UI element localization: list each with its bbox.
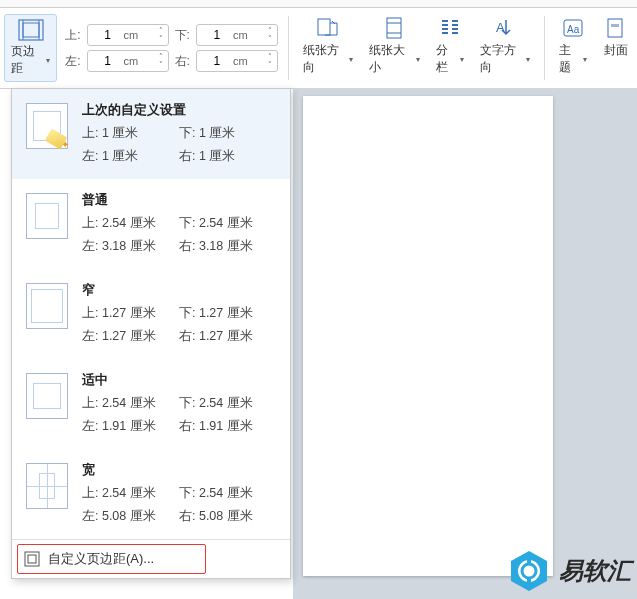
preset-left-value: 左: 3.18 厘米 (82, 238, 179, 255)
margins-dropdown: ✦上次的自定义设置上: 1 厘米下: 1 厘米左: 1 厘米右: 1 厘米普通上… (11, 88, 291, 579)
chevron-down-icon: ▾ (460, 55, 464, 64)
orientation-button[interactable]: 纸张方向▾ (299, 14, 357, 82)
spin-up[interactable]: ˄ (265, 53, 275, 61)
preset-bottom-value: 下: 2.54 厘米 (179, 215, 276, 232)
margins-button[interactable]: 页边距▾ (4, 14, 57, 82)
svg-rect-25 (527, 559, 531, 565)
spin-up[interactable]: ˄ (156, 53, 166, 61)
preset-thumb-icon (26, 463, 68, 509)
svg-rect-26 (527, 577, 531, 583)
svg-rect-1 (23, 23, 39, 37)
chevron-down-icon: ▾ (46, 56, 50, 65)
bottom-margin-field[interactable] (203, 27, 231, 43)
margin-inputs-group: 上: cm˄˅ 下: cm˄˅ 左: cm˄˅ 右: cm˄˅ (65, 14, 278, 82)
spin-down[interactable]: ˅ (265, 35, 275, 43)
preset-thumb-icon (26, 373, 68, 419)
preset-bottom-value: 下: 1 厘米 (179, 125, 276, 142)
preset-top-value: 上: 2.54 厘米 (82, 485, 179, 502)
preset-bottom-value: 下: 2.54 厘米 (179, 395, 276, 412)
preset-thumb-icon (26, 193, 68, 239)
document-page[interactable] (303, 96, 553, 576)
bottom-margin-label: 下: (175, 27, 190, 44)
ribbon: 页边距▾ 上: cm˄˅ 下: cm˄˅ 左: cm˄˅ 右: cm˄˅ 纸张方… (0, 8, 637, 89)
preset-right-value: 右: 5.08 厘米 (179, 508, 276, 525)
svg-rect-22 (28, 555, 36, 563)
margin-preset-custom[interactable]: ✦上次的自定义设置上: 1 厘米下: 1 厘米左: 1 厘米右: 1 厘米 (12, 89, 290, 179)
spin-down[interactable]: ˅ (156, 35, 166, 43)
preset-title: 上次的自定义设置 (82, 101, 276, 119)
tab-bar (0, 0, 637, 8)
preset-top-value: 上: 1.27 厘米 (82, 305, 179, 322)
chevron-down-icon: ▾ (349, 55, 353, 64)
svg-rect-21 (25, 552, 39, 566)
top-margin-input[interactable]: cm˄˅ (87, 24, 169, 46)
preset-right-value: 右: 3.18 厘米 (179, 238, 276, 255)
margin-preset-narrow[interactable]: 窄上: 1.27 厘米下: 1.27 厘米左: 1.27 厘米右: 1.27 厘… (12, 269, 290, 359)
svg-rect-5 (387, 18, 401, 38)
preset-right-value: 右: 1.91 厘米 (179, 418, 276, 435)
preset-left-value: 左: 1.91 厘米 (82, 418, 179, 435)
right-margin-field[interactable] (203, 53, 231, 69)
margins-label: 页边距 (11, 43, 44, 77)
theme-button[interactable]: Aa 主题▾ (555, 14, 591, 82)
left-margin-label: 左: (65, 53, 80, 70)
bottom-margin-input[interactable]: cm˄˅ (196, 24, 278, 46)
cover-button[interactable]: 封面 (599, 14, 633, 82)
chevron-down-icon: ▾ (416, 55, 420, 64)
separator (288, 16, 289, 80)
watermark-icon (507, 549, 551, 593)
spin-up[interactable]: ˄ (156, 27, 166, 35)
text-direction-button[interactable]: A 文字方向▾ (476, 14, 534, 82)
preset-title: 适中 (82, 371, 276, 389)
svg-rect-4 (318, 19, 330, 35)
preset-left-value: 左: 1 厘米 (82, 148, 179, 165)
top-margin-label: 上: (65, 27, 80, 44)
watermark: 易软汇 (507, 549, 631, 593)
preset-title: 宽 (82, 461, 276, 479)
custom-margins-label: 自定义页边距(A)... (48, 550, 154, 568)
margin-preset-wide[interactable]: 宽上: 2.54 厘米下: 2.54 厘米左: 5.08 厘米右: 5.08 厘… (12, 449, 290, 539)
spin-up[interactable]: ˄ (265, 27, 275, 35)
preset-top-value: 上: 2.54 厘米 (82, 215, 179, 232)
preset-top-value: 上: 2.54 厘米 (82, 395, 179, 412)
spin-down[interactable]: ˅ (156, 61, 166, 69)
svg-rect-19 (608, 19, 622, 37)
svg-text:A: A (496, 20, 505, 35)
right-margin-label: 右: (175, 53, 190, 70)
preset-left-value: 左: 1.27 厘米 (82, 328, 179, 345)
preset-left-value: 左: 5.08 厘米 (82, 508, 179, 525)
preset-right-value: 右: 1 厘米 (179, 148, 276, 165)
spin-down[interactable]: ˅ (265, 61, 275, 69)
left-margin-input[interactable]: cm˄˅ (87, 50, 169, 72)
preset-thumb-icon: ✦ (26, 103, 68, 149)
preset-bottom-value: 下: 1.27 厘米 (179, 305, 276, 322)
separator (544, 16, 545, 80)
paper-size-button[interactable]: 纸张大小▾ (365, 14, 423, 82)
preset-top-value: 上: 1 厘米 (82, 125, 179, 142)
preset-right-value: 右: 1.27 厘米 (179, 328, 276, 345)
preset-title: 窄 (82, 281, 276, 299)
svg-rect-20 (611, 24, 619, 27)
document-area (293, 88, 637, 599)
columns-button[interactable]: 分栏▾ (432, 14, 468, 82)
margin-preset-normal[interactable]: 普通上: 2.54 厘米下: 2.54 厘米左: 3.18 厘米右: 3.18 … (12, 179, 290, 269)
custom-margins-item[interactable]: 自定义页边距(A)... (12, 539, 290, 578)
custom-margins-icon (24, 551, 40, 567)
svg-text:Aa: Aa (567, 24, 580, 35)
chevron-down-icon: ▾ (583, 55, 587, 64)
left-margin-field[interactable] (94, 53, 122, 69)
right-margin-input[interactable]: cm˄˅ (196, 50, 278, 72)
top-margin-field[interactable] (94, 27, 122, 43)
preset-title: 普通 (82, 191, 276, 209)
preset-bottom-value: 下: 2.54 厘米 (179, 485, 276, 502)
margin-preset-moderate[interactable]: 适中上: 2.54 厘米下: 2.54 厘米左: 1.91 厘米右: 1.91 … (12, 359, 290, 449)
preset-thumb-icon (26, 283, 68, 329)
chevron-down-icon: ▾ (526, 55, 530, 64)
